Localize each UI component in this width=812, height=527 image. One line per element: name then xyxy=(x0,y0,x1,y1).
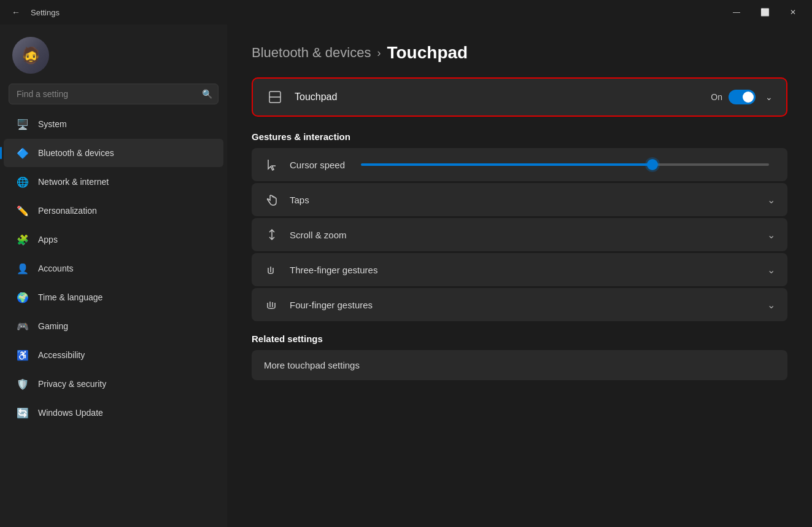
system-icon: 🖥️ xyxy=(16,117,29,131)
window-controls: — ⬜ ✕ xyxy=(722,2,807,22)
touchpad-toggle-area: On ⌄ xyxy=(711,90,773,104)
sidebar-item-label: Privacy & security xyxy=(38,379,106,389)
maximize-button[interactable]: ⬜ xyxy=(751,2,779,22)
sidebar-item-time[interactable]: 🌍 Time & language xyxy=(4,283,223,311)
accounts-icon: 👤 xyxy=(16,262,29,275)
three-finger-icon xyxy=(264,263,280,276)
sidebar-item-label: Network & internet xyxy=(38,177,109,187)
breadcrumb-current: Touchpad xyxy=(387,43,468,63)
taps-chevron-icon[interactable]: ⌄ xyxy=(767,194,775,206)
close-button[interactable]: ✕ xyxy=(779,2,807,22)
touchpad-card-label: Touchpad xyxy=(295,92,700,103)
scroll-zoom-icon xyxy=(264,228,280,241)
taps-icon xyxy=(264,193,280,206)
four-finger-chevron-icon[interactable]: ⌄ xyxy=(767,299,775,311)
privacy-icon: 🛡️ xyxy=(16,377,29,391)
sidebar-item-privacy[interactable]: 🛡️ Privacy & security xyxy=(4,370,223,398)
sidebar-item-accessibility[interactable]: ♿ Accessibility xyxy=(4,341,223,369)
apps-icon: 🧩 xyxy=(16,233,29,246)
touchpad-card-icon xyxy=(266,90,284,104)
sidebar-item-label: Bluetooth & devices xyxy=(38,148,114,158)
sidebar-item-gaming[interactable]: 🎮 Gaming xyxy=(4,312,223,340)
app-title: Settings xyxy=(31,8,60,17)
gestures-heading: Gestures & interaction xyxy=(252,131,787,142)
bluetooth-icon: 🔷 xyxy=(16,146,29,160)
sidebar-item-network[interactable]: 🌐 Network & internet xyxy=(4,168,223,196)
three-finger-label: Three-finger gestures xyxy=(290,265,757,275)
search-input[interactable] xyxy=(9,84,218,104)
sidebar-item-label: Windows Update xyxy=(38,408,103,418)
accessibility-icon: ♿ xyxy=(16,348,29,362)
touchpad-chevron-icon[interactable]: ⌄ xyxy=(765,92,773,102)
breadcrumb-separator: › xyxy=(377,47,381,60)
cursor-speed-label: Cursor speed xyxy=(290,160,345,170)
cursor-speed-row: Cursor speed xyxy=(252,148,787,181)
more-touchpad-label: More touchpad settings xyxy=(264,360,775,370)
content-area: Bluetooth & devices › Touchpad Touchpad … xyxy=(227,25,812,527)
four-finger-label: Four-finger gestures xyxy=(290,300,757,310)
sidebar-item-label: Personalization xyxy=(38,206,97,216)
three-finger-chevron-icon[interactable]: ⌄ xyxy=(767,264,775,276)
cursor-icon xyxy=(264,158,280,171)
profile-section: 🧔 xyxy=(0,25,227,84)
sidebar-item-label: System xyxy=(38,119,67,129)
sidebar-item-label: Accessibility xyxy=(38,350,85,360)
sidebar-item-system[interactable]: 🖥️ System xyxy=(4,110,223,138)
sidebar-item-personalization[interactable]: ✏️ Personalization xyxy=(4,197,223,225)
breadcrumb-parent[interactable]: Bluetooth & devices xyxy=(252,45,371,61)
sidebar-item-apps[interactable]: 🧩 Apps xyxy=(4,225,223,254)
more-touchpad-row[interactable]: More touchpad settings xyxy=(252,350,787,380)
titlebar: ← Settings — ⬜ ✕ xyxy=(0,0,812,25)
breadcrumb: Bluetooth & devices › Touchpad xyxy=(252,43,787,63)
four-finger-row[interactable]: Four-finger gestures ⌄ xyxy=(252,288,787,321)
sidebar-item-label: Time & language xyxy=(38,292,102,302)
sidebar-item-label: Accounts xyxy=(38,264,74,273)
sidebar-item-windows-update[interactable]: 🔄 Windows Update xyxy=(4,399,223,427)
three-finger-row[interactable]: Three-finger gestures ⌄ xyxy=(252,253,787,286)
sidebar-item-label: Gaming xyxy=(38,321,68,331)
touchpad-card: Touchpad On ⌄ xyxy=(252,77,787,117)
avatar: 🧔 xyxy=(12,37,49,74)
back-button[interactable]: ← xyxy=(7,4,25,21)
sidebar-item-label: Apps xyxy=(38,235,58,244)
search-icon: 🔍 xyxy=(202,89,212,99)
network-icon: 🌐 xyxy=(16,175,29,189)
scroll-zoom-row[interactable]: Scroll & zoom ⌄ xyxy=(252,218,787,251)
windows-update-icon: 🔄 xyxy=(16,406,29,420)
touchpad-toggle-text: On xyxy=(711,92,722,102)
gaming-icon: 🎮 xyxy=(16,319,29,333)
four-finger-icon xyxy=(264,298,280,311)
taps-label: Taps xyxy=(290,195,757,205)
sidebar: 🧔 🔍 🖥️ System 🔷 Bluetooth & devices 🌐 Ne… xyxy=(0,25,227,527)
sidebar-nav: 🖥️ System 🔷 Bluetooth & devices 🌐 Networ… xyxy=(0,109,227,427)
sidebar-item-accounts[interactable]: 👤 Accounts xyxy=(4,254,223,283)
cursor-speed-slider[interactable] xyxy=(361,163,769,166)
scroll-zoom-label: Scroll & zoom xyxy=(290,230,757,240)
scroll-zoom-chevron-icon[interactable]: ⌄ xyxy=(767,229,775,241)
cursor-speed-slider-container[interactable] xyxy=(355,163,775,166)
touchpad-toggle[interactable] xyxy=(729,90,756,104)
search-box[interactable]: 🔍 xyxy=(9,84,218,104)
sidebar-item-bluetooth[interactable]: 🔷 Bluetooth & devices xyxy=(4,139,223,167)
personalization-icon: ✏️ xyxy=(16,204,29,217)
related-settings-heading: Related settings xyxy=(252,334,787,344)
taps-row[interactable]: Taps ⌄ xyxy=(252,183,787,216)
minimize-button[interactable]: — xyxy=(722,2,751,22)
time-icon: 🌍 xyxy=(16,291,29,304)
